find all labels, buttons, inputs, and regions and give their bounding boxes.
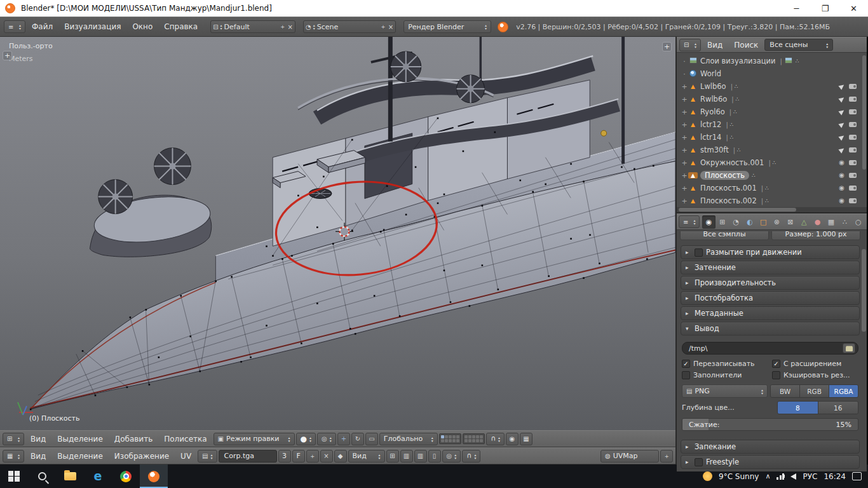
render-engine-dropdown[interactable]: Рендер Blender ▴▾ xyxy=(403,20,491,33)
editor-type-button-outliner[interactable]: ⊟▴▾ xyxy=(679,39,701,51)
restrict-select-icon[interactable] xyxy=(838,108,845,115)
restrict-render-icon[interactable] xyxy=(849,84,857,89)
screen-layout-value[interactable]: Default xyxy=(224,23,278,31)
view3d-menu-view[interactable]: Вид xyxy=(25,431,51,447)
tab-object-data[interactable]: △ xyxy=(797,215,810,229)
tab-physics[interactable]: ○ xyxy=(852,215,865,229)
outliner-item[interactable]: + ▲ Lwlb6o |∴ xyxy=(678,80,867,93)
panel-output[interactable]: ▾ Вывод xyxy=(681,322,860,336)
file-format-dropdown[interactable]: ▤ PNG ▴▾ xyxy=(682,384,768,398)
uv-modified-button[interactable]: ▥ xyxy=(414,450,427,463)
manipulator-scale-button[interactable]: ▭ xyxy=(365,433,378,445)
uv-snap-dropdown[interactable]: ∪▴▾ xyxy=(462,450,480,463)
uv-menu-select[interactable]: Выделение xyxy=(52,448,107,464)
uv-stretch-button[interactable]: ▥ xyxy=(400,450,413,463)
taskbar-edge-button[interactable]: e xyxy=(84,464,112,488)
menu-render[interactable]: Визуализация xyxy=(59,17,126,36)
restrict-render-icon[interactable] xyxy=(849,147,857,152)
restrict-select-icon[interactable] xyxy=(838,146,845,153)
tab-render[interactable]: ◉ xyxy=(702,215,715,229)
screen-layout-selector[interactable]: ⊟ ▴▾ Default ＋ × xyxy=(210,20,295,33)
overwrite-checkbox[interactable] xyxy=(682,360,690,368)
tab-texture[interactable]: ▦ xyxy=(825,215,837,229)
outliner-tree[interactable]: · Слои визуализации | ∴ · World + xyxy=(677,53,867,207)
expand-icon[interactable]: + xyxy=(681,121,688,129)
pivot-dropdown[interactable]: ◎▴▾ xyxy=(317,433,336,445)
output-path-field[interactable]: /tmp\ xyxy=(682,342,858,355)
tab-particles[interactable]: ∴ xyxy=(838,215,851,229)
menu-window[interactable]: Окно xyxy=(127,17,158,36)
depth-16-button[interactable]: 16 xyxy=(818,402,858,414)
weather-label[interactable]: 9°C Sunny xyxy=(719,472,759,481)
scene-value[interactable]: Scene xyxy=(317,23,378,31)
snap-dropdown[interactable]: ∪▴▾ xyxy=(486,433,505,445)
editor-type-button-uv[interactable]: ▦▴▾ xyxy=(3,450,24,463)
menu-file[interactable]: Файл xyxy=(27,17,58,36)
taskbar-chrome-button[interactable] xyxy=(112,464,140,488)
minimize-button[interactable]: ─ xyxy=(782,0,811,17)
start-button[interactable] xyxy=(0,464,28,488)
uvmap-selector[interactable]: ◍ UVMap xyxy=(600,450,659,463)
panel-shading[interactable]: ▸ Затенение xyxy=(681,261,860,274)
restrict-render-icon[interactable] xyxy=(849,198,857,203)
language-indicator[interactable]: РУС xyxy=(803,472,817,481)
render-opengl-button[interactable]: ◉ xyxy=(506,433,519,445)
file-extensions-checkbox[interactable] xyxy=(772,360,780,368)
tab-object[interactable]: □ xyxy=(757,215,770,229)
uv-pivot-dropdown[interactable]: ◎▴▾ xyxy=(442,450,461,463)
outliner-horizontal-scrollbar[interactable] xyxy=(677,207,867,212)
maximize-button[interactable]: ❐ xyxy=(811,0,839,17)
notification-center-icon[interactable] xyxy=(852,472,862,480)
panel-motion-blur[interactable]: ▸ Размытие при движении xyxy=(681,245,860,259)
outliner-item[interactable]: + ▲ Плоскость.002 |∴ ◉ xyxy=(678,194,867,207)
new-image-button[interactable]: ＋ xyxy=(306,450,319,463)
delete-scene-icon[interactable]: × xyxy=(388,24,393,30)
outliner-vertical-scrollbar[interactable] xyxy=(862,55,866,170)
tab-constraints[interactable]: ⊗ xyxy=(770,215,783,229)
expand-icon[interactable]: + xyxy=(681,108,688,116)
layers-widget-right[interactable] xyxy=(463,433,485,444)
outliner-item-render-layers[interactable]: · Слои визуализации | ∴ xyxy=(678,55,867,67)
image-name-field[interactable]: Corp.tga xyxy=(219,450,277,463)
uv-paint-button[interactable]: ▯ xyxy=(428,450,441,463)
color-mode-rgb[interactable]: RGB xyxy=(800,385,829,397)
expand-icon[interactable]: + xyxy=(681,83,688,91)
uv-menu-view[interactable]: Вид xyxy=(25,448,51,464)
manipulator-translate-button[interactable]: + xyxy=(337,433,350,445)
toolshelf-expand-icon[interactable]: + xyxy=(3,51,12,60)
clock[interactable]: 16:24 xyxy=(824,472,846,481)
restrict-render-icon[interactable] xyxy=(849,186,857,191)
editor-type-button-info[interactable]: ≡▴▾ xyxy=(4,20,25,33)
expand-icon[interactable]: + xyxy=(681,197,688,205)
outliner-item[interactable]: + ▲ Rwlb6o |∴ xyxy=(678,93,867,105)
add-scene-icon[interactable]: ＋ xyxy=(380,22,386,31)
editor-type-button-3d[interactable]: ⊞▴▾ xyxy=(3,433,24,445)
viewport-shading-dropdown[interactable]: ●▴▾ xyxy=(296,433,316,445)
restrict-render-icon[interactable] xyxy=(849,160,857,165)
outliner-item-world[interactable]: · World xyxy=(678,67,867,80)
panel-performance[interactable]: ▸ Производительность xyxy=(681,276,860,290)
restrict-render-icon[interactable] xyxy=(849,97,857,102)
restrict-select-icon[interactable] xyxy=(838,133,845,140)
panel-metadata[interactable]: ▸ Метаданные xyxy=(681,306,860,320)
outliner-item-active[interactable]: + ▲ Плоскость ∴ ◉ xyxy=(678,169,867,182)
editor-type-button-properties[interactable]: ≡▴▾ xyxy=(679,215,700,228)
cache-result-checkbox[interactable] xyxy=(772,371,780,379)
uv-menu-image[interactable]: Изображение xyxy=(109,448,174,464)
panel-freestyle[interactable]: ▸ Freestyle xyxy=(681,455,860,469)
all-samples-button[interactable]: Все сэмплы xyxy=(680,231,769,240)
depth-8-button[interactable]: 8 xyxy=(778,402,818,414)
file-browse-button[interactable] xyxy=(843,343,855,353)
display-channels-dropdown[interactable]: Вид ▴▾ xyxy=(348,450,385,463)
expand-icon[interactable]: + xyxy=(681,146,688,154)
taskbar-search-button[interactable] xyxy=(28,464,56,488)
visibility-eye-icon[interactable]: ◉ xyxy=(839,185,844,191)
tab-modifiers[interactable]: ⊠ xyxy=(784,215,797,229)
outliner-menu-search[interactable]: Поиск xyxy=(729,37,763,52)
restrict-render-icon[interactable] xyxy=(849,173,857,178)
expand-icon[interactable]: + xyxy=(681,172,688,180)
visibility-eye-icon[interactable]: ◉ xyxy=(839,198,844,204)
restrict-render-icon[interactable] xyxy=(849,109,857,114)
placeholders-checkbox[interactable] xyxy=(682,371,690,379)
expand-icon[interactable]: + xyxy=(681,95,688,104)
